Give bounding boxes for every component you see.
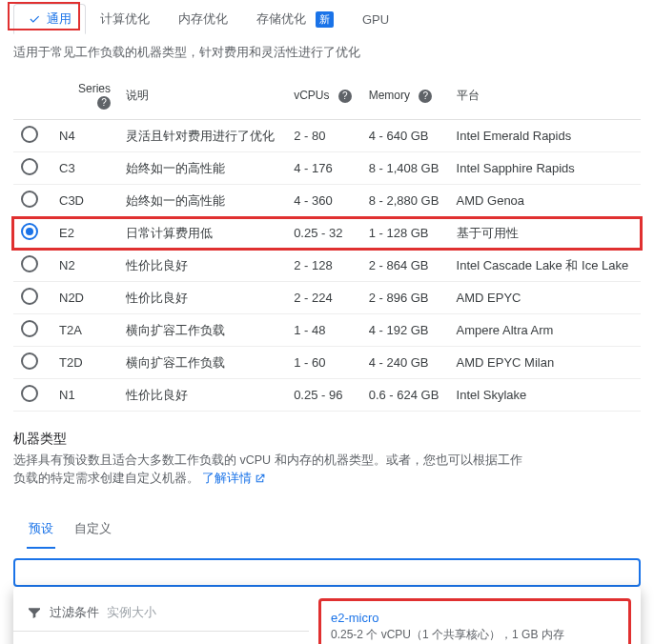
cell-desc: 始终如一的高性能 xyxy=(118,185,286,217)
cell-series: C3 xyxy=(51,152,118,185)
tab-label: 通用 xyxy=(47,10,72,28)
cell-platform: Ampere Altra Arm xyxy=(449,314,641,347)
cell-vcpus: 1 - 60 xyxy=(286,347,361,379)
cell-memory: 8 - 1,408 GB xyxy=(361,152,449,185)
cell-memory: 2 - 864 GB xyxy=(361,250,449,282)
machine-type-dropdown: 过滤条件 实例大小 共享核心 标准 高内存 高 CPU e2-micro0.25… xyxy=(13,587,641,645)
cell-series: C3D xyxy=(51,185,118,217)
preset-custom-tabs: 预设 自定义 xyxy=(13,501,641,549)
option-title: e2-micro xyxy=(331,611,619,625)
filter-placeholder: 实例大小 xyxy=(107,604,156,621)
cell-desc: 性价比良好 xyxy=(118,250,286,282)
col-vcpus: vCPUs ? xyxy=(286,72,361,120)
cell-desc: 性价比良好 xyxy=(118,282,286,314)
tab-general[interactable]: 通用 xyxy=(13,4,86,34)
cell-desc: 横向扩容工作负载 xyxy=(118,314,286,347)
cell-vcpus: 1 - 48 xyxy=(286,314,361,347)
cell-platform: Intel Emerald Rapids xyxy=(449,120,641,152)
col-radio xyxy=(13,72,51,120)
radio-button[interactable] xyxy=(21,352,38,370)
cell-desc: 横向扩容工作负载 xyxy=(118,347,286,379)
cell-vcpus: 0.25 - 96 xyxy=(286,379,361,412)
cell-platform: Intel Sapphire Rapids xyxy=(449,152,641,185)
cell-platform: Intel Cascade Lake 和 Ice Lake xyxy=(449,250,641,282)
cell-platform: AMD EPYC Milan xyxy=(449,347,641,379)
cell-vcpus: 2 - 128 xyxy=(286,250,361,282)
filter-icon xyxy=(27,605,42,620)
divider xyxy=(13,631,309,632)
external-link-icon xyxy=(254,473,266,485)
radio-button[interactable] xyxy=(21,126,38,143)
cell-series: T2D xyxy=(51,347,118,379)
cell-memory: 0.6 - 624 GB xyxy=(361,379,449,412)
cell-platform: AMD EPYC xyxy=(449,282,641,314)
filter-row[interactable]: 过滤条件 实例大小 xyxy=(13,598,309,627)
tab-memory[interactable]: 内存优化 xyxy=(164,4,242,34)
help-icon[interactable]: ? xyxy=(97,96,111,110)
cell-desc: 性价比良好 xyxy=(118,379,286,412)
machine-type-desc: 选择具有预设数且适合大多数工作负载的 vCPU 和内存的机器类型。或者，您也可以… xyxy=(0,452,654,488)
cell-desc: 始终如一的高性能 xyxy=(118,152,286,185)
tab-label: 计算优化 xyxy=(100,10,150,28)
cell-vcpus: 4 - 360 xyxy=(286,185,361,217)
help-icon[interactable]: ? xyxy=(419,90,432,103)
help-icon[interactable]: ? xyxy=(338,90,352,103)
tab-label: 存储优化 xyxy=(256,10,306,28)
tab-gpu[interactable]: GPU xyxy=(348,6,403,33)
table-row[interactable]: N2性价比良好2 - 1282 - 864 GBIntel Cascade La… xyxy=(13,250,641,282)
radio-button[interactable] xyxy=(21,320,38,337)
table-header-row: Series ? 说明 vCPUs ? Memory ? 平台 xyxy=(13,72,641,120)
table-row[interactable]: N1性价比良好0.25 - 960.6 - 624 GBIntel Skylak… xyxy=(13,379,641,412)
col-memory: Memory ? xyxy=(361,72,449,120)
tab-label: GPU xyxy=(362,12,389,27)
cell-series: N2 xyxy=(51,250,118,282)
option-subtitle: 0.25-2 个 vCPU（1 个共享核心），1 GB 内存 xyxy=(331,627,619,643)
table-row[interactable]: T2D横向扩容工作负载1 - 604 - 240 GBAMD EPYC Mila… xyxy=(13,347,641,379)
cell-series: T2A xyxy=(51,314,118,347)
col-platform: 平台 xyxy=(449,72,641,120)
cell-memory: 4 - 640 GB xyxy=(361,120,449,152)
cell-memory: 2 - 896 GB xyxy=(361,282,449,314)
dropdown-right: e2-micro0.25-2 个 vCPU（1 个共享核心），1 GB 内存e2… xyxy=(309,594,641,645)
table-row[interactable]: N2D性价比良好2 - 2242 - 896 GBAMD EPYC xyxy=(13,282,641,314)
tab-compute[interactable]: 计算优化 xyxy=(86,4,164,34)
table-row[interactable]: N4灵活且针对费用进行了优化2 - 804 - 640 GBIntel Emer… xyxy=(13,120,641,152)
col-desc: 说明 xyxy=(118,72,286,120)
category-shared[interactable]: 共享核心 xyxy=(13,639,309,645)
radio-button[interactable] xyxy=(21,255,38,272)
radio-button[interactable] xyxy=(21,158,38,175)
tab-storage[interactable]: 存储优化 新 xyxy=(242,4,348,34)
table-row[interactable]: T2A横向扩容工作负载1 - 484 - 192 GBAmpere Altra … xyxy=(13,314,641,347)
cell-vcpus: 4 - 176 xyxy=(286,152,361,185)
cell-series: N2D xyxy=(51,282,118,314)
table-row[interactable]: C3D始终如一的高性能4 - 3608 - 2,880 GBAMD Genoa xyxy=(13,185,641,217)
machine-type-title: 机器类型 xyxy=(0,412,654,452)
cell-vcpus: 2 - 80 xyxy=(286,120,361,152)
check-icon xyxy=(28,12,41,26)
radio-button[interactable] xyxy=(21,385,38,402)
learn-more-link[interactable]: 了解详情 xyxy=(202,470,266,488)
dropdown-left: 过滤条件 实例大小 共享核心 标准 高内存 高 CPU xyxy=(13,594,309,645)
tab-preset[interactable]: 预设 xyxy=(27,514,55,549)
new-badge: 新 xyxy=(316,11,334,28)
filter-label: 过滤条件 xyxy=(50,604,99,621)
cell-vcpus: 2 - 224 xyxy=(286,282,361,314)
radio-button[interactable] xyxy=(21,191,38,208)
cell-series: N1 xyxy=(51,379,118,412)
col-series: Series ? xyxy=(51,72,118,120)
machine-type-combobox[interactable] xyxy=(13,558,641,587)
cell-memory: 4 - 192 GB xyxy=(361,314,449,347)
tab-description: 适用于常见工作负载的机器类型，针对费用和灵活性进行了优化 xyxy=(0,34,654,72)
tab-custom[interactable]: 自定义 xyxy=(72,514,113,549)
cell-desc: 灵活且针对费用进行了优化 xyxy=(118,120,286,152)
radio-button[interactable] xyxy=(21,288,38,305)
category-tabs: 通用 计算优化 内存优化 存储优化 新 GPU xyxy=(0,0,654,34)
table-row[interactable]: C3始终如一的高性能4 - 1768 - 1,408 GBIntel Sapph… xyxy=(13,152,641,185)
series-table-wrap: Series ? 说明 vCPUs ? Memory ? 平台 N4灵活且针对费… xyxy=(0,72,654,412)
machine-option[interactable]: e2-micro0.25-2 个 vCPU（1 个共享核心），1 GB 内存 xyxy=(318,598,631,645)
cell-series: N4 xyxy=(51,120,118,152)
cell-platform: AMD Genoa xyxy=(449,185,641,217)
cell-memory: 8 - 2,880 GB xyxy=(361,185,449,217)
cell-memory: 4 - 240 GB xyxy=(361,347,449,379)
tab-label: 内存优化 xyxy=(178,10,228,28)
